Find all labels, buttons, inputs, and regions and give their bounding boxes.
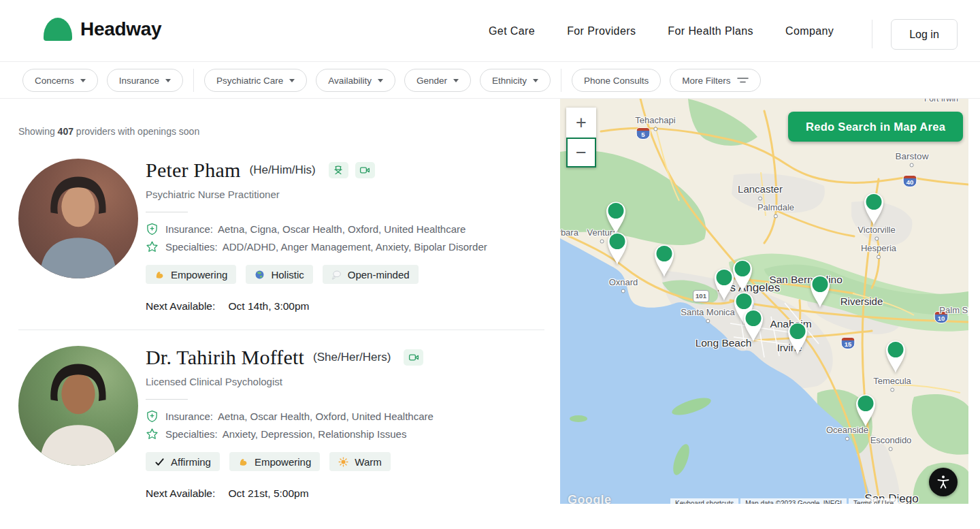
provider-avatar[interactable] [18, 159, 138, 278]
filter-dropdown[interactable]: Gender [404, 69, 471, 92]
filter-label: More Filters [682, 76, 730, 86]
attribution-link[interactable]: Map data ©2023 Google, INEGI [740, 498, 847, 504]
insurance-label: Insurance: [165, 223, 213, 235]
map-pin-icon [740, 307, 767, 342]
city-label: Fort Irwin [924, 99, 958, 103]
provider-map-pin[interactable] [852, 392, 879, 428]
filter-dropdown[interactable]: Insurance [107, 69, 183, 92]
redo-search-button[interactable]: Redo Search in Map Area [788, 112, 963, 142]
flexed-arm-icon [238, 457, 248, 467]
checkmark-icon [154, 457, 165, 467]
insurance-list: Aetna, Oscar Health, Oxford, United Heal… [218, 411, 434, 422]
tag-label: Open-minded [348, 269, 410, 280]
next-available-row: Next Available: Oct 21st, 5:00pm [146, 487, 546, 500]
more-filters-button[interactable]: More Filters [670, 69, 760, 92]
provider-title: Psychiatric Nurse Practitioner [146, 189, 546, 200]
city-label: Riverside [840, 295, 883, 307]
filter-label: Phone Consults [584, 76, 649, 86]
highway-shield: 101 [693, 290, 709, 302]
nav-link[interactable]: Get Care [489, 25, 535, 37]
personality-tag: Holistic [246, 265, 312, 284]
session-badges [329, 162, 375, 178]
primary-nav: Get CareFor ProvidersFor Health PlansCom… [489, 0, 834, 62]
personality-tag: Empowering [146, 265, 236, 284]
provider-card[interactable]: Peter Pham (He/Him/His) [0, 142, 560, 330]
highway-shield: 15 [841, 337, 855, 349]
session-badges [404, 349, 423, 366]
provider-card-list: Peter Pham (He/Him/His) [0, 142, 560, 517]
specialties-row: Specialties: Anxiety, Depression, Relati… [146, 428, 546, 440]
next-available-value: Oct 21st, 5:00pm [229, 487, 309, 499]
session-type-badge [329, 162, 348, 178]
results-summary: Showing 407 providers with openings soon [18, 126, 199, 137]
summary-prefix: Showing [18, 126, 55, 137]
provider-map-pin[interactable] [604, 230, 631, 266]
nav-link[interactable]: For Health Plans [668, 25, 753, 37]
sun-icon [338, 457, 348, 467]
specialties-label: Specialties: [165, 241, 218, 253]
city-label: Oxnard [609, 277, 638, 287]
filter-divider [193, 69, 194, 92]
highway-number: 5 [641, 131, 644, 138]
map-zoom-control: + − [566, 108, 596, 167]
city-label: Tehachapi [635, 115, 675, 125]
highway-number: 40 [906, 179, 914, 186]
highway-shield: 5 [636, 127, 651, 140]
nav-link[interactable]: Company [785, 25, 834, 37]
accessibility-person-icon [936, 475, 951, 490]
map-pin-icon [784, 320, 811, 355]
city-label: Hesperia [861, 243, 896, 253]
provider-map-pin[interactable] [882, 338, 909, 374]
highway-number: 101 [696, 293, 706, 300]
personality-tags: Affirming [146, 452, 546, 471]
provider-name[interactable]: Dr. Tahirih Moffett [146, 346, 304, 369]
provider-name[interactable]: Peter Pham [146, 159, 240, 182]
nav-link[interactable]: For Providers [567, 25, 636, 37]
insurance-label: Insurance: [165, 411, 213, 422]
filter-label: Ethnicity [492, 76, 527, 86]
chevron-down-icon [289, 79, 295, 82]
filter-dropdown[interactable]: Availability [316, 69, 395, 92]
city-label: Santa Barbara [560, 227, 578, 238]
provider-map-pin[interactable] [651, 242, 678, 278]
highway-number: 15 [845, 341, 852, 348]
filter-bar: Concerns Insurance Psychiatric Care Avai [0, 63, 980, 99]
zoom-out-button[interactable]: − [566, 138, 596, 167]
map-pin-icon [860, 191, 887, 226]
tag-label: Empowering [171, 269, 227, 280]
google-logo[interactable]: Google [568, 493, 611, 504]
provider-map-pin[interactable] [806, 273, 834, 308]
login-button[interactable]: Log in [891, 19, 958, 50]
specialties-label: Specialties: [165, 428, 218, 440]
brand-logo[interactable]: Headway [44, 18, 161, 41]
provider-avatar[interactable] [18, 346, 138, 466]
phone-consults-filter[interactable]: Phone Consults [572, 69, 661, 92]
headway-search-page: Headway Get CareFor ProvidersFor Health … [0, 0, 980, 529]
zoom-in-button[interactable]: + [566, 108, 596, 138]
filter-dropdown[interactable]: Ethnicity [480, 69, 551, 92]
provider-name-row: Peter Pham (He/Him/His) [146, 159, 546, 182]
tag-label: Warm [355, 456, 381, 468]
insurance-row: Insurance: Aetna, Oscar Health, Oxford, … [146, 410, 546, 423]
filter-dropdown[interactable]: Psychiatric Care [204, 69, 307, 92]
city-label: Temecula [873, 376, 911, 386]
provider-card[interactable]: Dr. Tahirih Moffett (She/Her/Hers) [0, 330, 560, 517]
provider-map-pin[interactable] [784, 320, 811, 355]
provider-map-pin[interactable] [860, 191, 887, 226]
card-divider [146, 212, 188, 212]
headway-logo-icon [44, 18, 72, 41]
filter-dropdown[interactable]: Concerns [22, 69, 98, 92]
attribution-link[interactable]: Keyboard shortcuts [670, 498, 738, 504]
personality-tags: Empowering [146, 265, 546, 284]
provider-map-pin[interactable] [740, 307, 767, 342]
city-label: Barstow [896, 151, 929, 161]
star-icon [146, 428, 159, 440]
next-available-label: Next Available: [146, 487, 215, 499]
tag-label: Holistic [271, 269, 304, 280]
specialties-row: Specialties: ADD/ADHD, Anger Management,… [146, 240, 546, 253]
globe-icon [255, 270, 265, 280]
accessibility-button[interactable] [929, 468, 958, 496]
thought-bubble-icon [331, 270, 342, 280]
attribution-link[interactable]: Terms of Use [849, 498, 898, 504]
video-camera-icon [359, 165, 370, 176]
